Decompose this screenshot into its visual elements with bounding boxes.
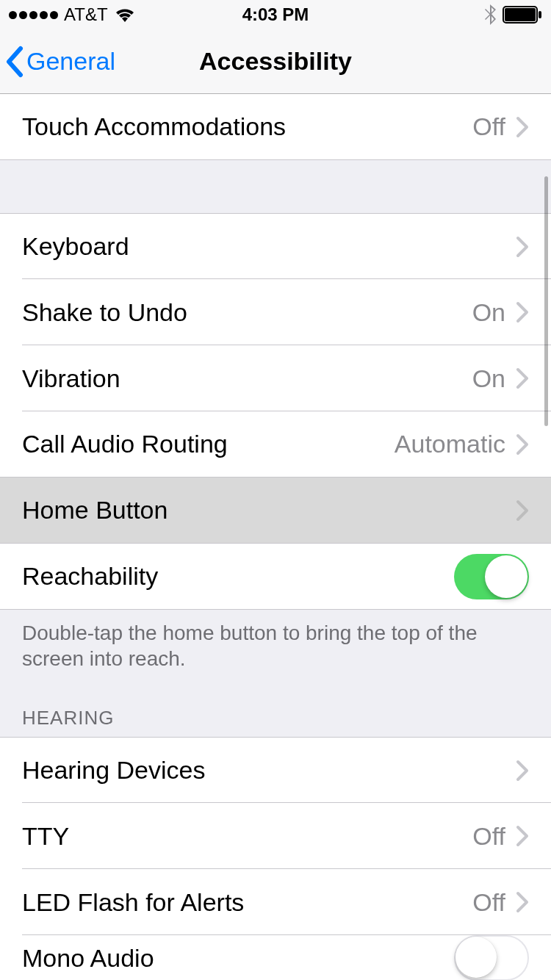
cell-value: Off <box>472 888 505 917</box>
reachability-footer: Double-tap the home button to bring the … <box>0 610 551 671</box>
cell-value: Off <box>472 822 505 851</box>
cell-value: On <box>472 364 505 393</box>
chevron-right-icon <box>516 891 529 913</box>
cell-keyboard[interactable]: Keyboard <box>0 213 551 279</box>
chevron-right-icon <box>516 760 529 782</box>
cell-led-flash[interactable]: LED Flash for Alerts Off <box>0 869 551 935</box>
cell-value: Automatic <box>395 430 505 458</box>
section-gap <box>0 160 551 213</box>
cell-home-button[interactable]: Home Button <box>0 478 551 544</box>
chevron-right-icon <box>516 825 529 847</box>
mono-audio-switch[interactable] <box>454 935 529 980</box>
chevron-right-icon <box>516 367 529 389</box>
back-button[interactable]: General <box>0 46 115 78</box>
cell-label: Mono Audio <box>22 944 454 973</box>
chevron-right-icon <box>516 116 529 138</box>
cell-vibration[interactable]: Vibration On <box>0 345 551 411</box>
cell-label: Hearing Devices <box>22 756 516 785</box>
cell-label: Home Button <box>22 496 516 525</box>
chevron-right-icon <box>516 236 529 258</box>
cell-mono-audio[interactable]: Mono Audio <box>0 935 551 980</box>
clock-label: 4:03 PM <box>0 4 551 25</box>
cell-label: Reachability <box>22 562 454 591</box>
cell-value: On <box>472 298 505 327</box>
navigation-bar: General Accessibility <box>0 29 551 94</box>
cell-reachability[interactable]: Reachability <box>0 544 551 610</box>
cell-hearing-devices[interactable]: Hearing Devices <box>0 737 551 803</box>
settings-table: Touch Accommodations Off Keyboard Shake … <box>0 94 551 980</box>
scroll-indicator <box>544 176 548 426</box>
chevron-right-icon <box>516 433 529 455</box>
back-label: General <box>26 47 115 76</box>
cell-label: Call Audio Routing <box>22 430 395 458</box>
cell-label: TTY <box>22 822 472 851</box>
cell-label: Vibration <box>22 364 472 393</box>
cell-label: LED Flash for Alerts <box>22 888 472 917</box>
chevron-left-icon <box>4 46 25 78</box>
cell-value: Off <box>472 112 505 141</box>
cell-shake-to-undo[interactable]: Shake to Undo On <box>0 279 551 345</box>
cell-tty[interactable]: TTY Off <box>0 803 551 869</box>
cell-label: Shake to Undo <box>22 298 472 327</box>
cell-touch-accommodations[interactable]: Touch Accommodations Off <box>0 94 551 160</box>
status-bar: AT&T 4:03 PM <box>0 0 551 29</box>
chevron-right-icon <box>516 500 529 522</box>
reachability-switch[interactable] <box>454 554 529 599</box>
cell-label: Touch Accommodations <box>22 112 472 141</box>
cell-label: Keyboard <box>22 232 516 261</box>
chevron-right-icon <box>516 301 529 323</box>
cell-call-audio-routing[interactable]: Call Audio Routing Automatic <box>0 411 551 478</box>
section-header-hearing: HEARING <box>0 671 551 737</box>
